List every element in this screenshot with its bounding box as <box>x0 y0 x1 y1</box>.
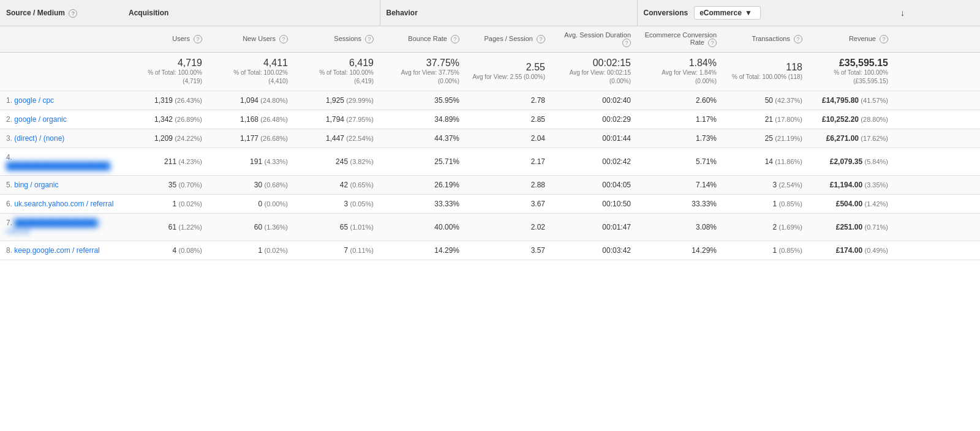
col-revenue-header: Revenue ? <box>809 26 894 53</box>
source-medium-help-icon[interactable]: ? <box>69 9 77 18</box>
newusers-help-icon[interactable]: ? <box>279 35 288 43</box>
row-users: 35 (0.70%) <box>123 176 208 195</box>
row-sessions: 245 (3.82%) <box>294 148 380 176</box>
row-source-link[interactable]: google / organic <box>14 115 66 124</box>
row-newusers-pct: (4.33%) <box>264 158 288 165</box>
ecommerce-option: eCommerce <box>699 9 742 17</box>
row-transactions-val: 21 <box>765 115 773 124</box>
analytics-table: Source / Medium ? Acquisition Behavior C… <box>0 0 980 260</box>
totals-source-cell <box>0 53 123 91</box>
row-revenue: £504.00 (1.42%) <box>809 195 894 214</box>
row-transactions-pct: (11.86%) <box>775 158 802 165</box>
row-arrow-cell <box>894 129 980 148</box>
row-source-link[interactable]: keep.google.com / referral <box>14 246 99 255</box>
row-avgsession: 00:10:50 <box>551 195 637 214</box>
transactions-help-icon[interactable]: ? <box>794 35 802 43</box>
row-newusers-pct: (0.02%) <box>264 247 288 254</box>
row-revenue-pct: (17.62%) <box>861 135 888 142</box>
row-transactions-pct: (1.69%) <box>778 223 802 231</box>
row-users-val: 211 <box>164 157 176 166</box>
group-header-row: Source / Medium ? Acquisition Behavior C… <box>0 0 980 26</box>
row-sessions-val: 1,794 <box>326 115 344 124</box>
avgsession-help-icon[interactable]: ? <box>622 39 631 47</box>
sort-icon[interactable]: ↓ <box>900 8 905 18</box>
row-ecommerce-rate: 14.29% <box>637 241 723 260</box>
row-revenue-val: £6,271.00 <box>826 134 859 143</box>
totals-row: 4,719 % of Total: 100.00% (4,719) 4,411 … <box>0 53 980 91</box>
pages-help-icon[interactable]: ? <box>537 35 545 43</box>
totals-newusers: 4,411 % of Total: 100.02% (4,410) <box>208 53 294 91</box>
row-bounce: 44.37% <box>380 129 466 148</box>
row-number: 6. <box>6 200 14 208</box>
row-source-blurred[interactable]: ████████████████████ <box>6 162 110 170</box>
sessions-help-icon[interactable]: ? <box>365 35 374 43</box>
col-arrow-header <box>894 26 980 53</box>
totals-bounce: 37.75% Avg for View: 37.75% (0.00%) <box>380 53 466 91</box>
row-sessions-val: 7 <box>344 246 348 255</box>
col-transactions-header: Transactions ? <box>723 26 809 53</box>
row-transactions-pct: (42.37%) <box>775 97 802 104</box>
row-revenue: £10,252.20 (28.80%) <box>809 110 894 129</box>
col-pages-header: Pages / Session ? <box>466 26 551 53</box>
row-users-val: 1,209 <box>154 134 173 143</box>
row-source-link[interactable]: uk.search.yahoo.com / referral <box>14 200 113 208</box>
row-source-link[interactable]: (direct) / (none) <box>14 134 64 143</box>
row-sessions-val: 42 <box>340 181 348 189</box>
col-bounce-header: Bounce Rate ? <box>380 26 466 53</box>
table-row: 1. google / cpc1,319 (26.43%)1,094 (24.8… <box>0 91 980 110</box>
row-newusers-val: 191 <box>250 157 262 166</box>
row-revenue: £6,271.00 (17.62%) <box>809 129 894 148</box>
row-bounce: 40.00% <box>380 214 466 241</box>
row-source-link[interactable]: google / cpc <box>14 96 54 105</box>
row-source-blurred[interactable]: ████████████████ / referral <box>6 219 102 236</box>
row-users-pct: (0.08%) <box>178 247 202 254</box>
row-arrow-cell <box>894 195 980 214</box>
row-revenue-pct: (41.57%) <box>861 97 888 104</box>
row-source-cell: 5. bing / organic <box>0 176 123 195</box>
row-newusers-val: 1,177 <box>240 134 258 143</box>
totals-pages: 2.55 Avg for View: 2.55 (0.00%) <box>466 53 551 91</box>
row-bounce: 25.71% <box>380 148 466 176</box>
ecommerce-dropdown[interactable]: eCommerce ▼ <box>694 6 761 20</box>
row-pages: 2.17 <box>466 148 551 176</box>
row-revenue: £14,795.80 (41.57%) <box>809 91 894 110</box>
row-ecommerce-rate: 33.33% <box>637 195 723 214</box>
row-number: 5. <box>6 181 14 189</box>
row-pages: 2.02 <box>466 214 551 241</box>
row-transactions-val: 1 <box>772 246 777 255</box>
totals-transactions: 118 % of Total: 100.00% (118) <box>723 53 809 91</box>
bounce-help-icon[interactable]: ? <box>451 35 459 43</box>
row-revenue: £251.00 (0.71%) <box>809 214 894 241</box>
row-users: 61 (1.22%) <box>123 214 208 241</box>
row-newusers-val: 0 <box>258 200 262 208</box>
row-newusers: 1,094 (24.80%) <box>208 91 294 110</box>
row-source-cell: 2. google / organic <box>0 110 123 129</box>
revenue-help-icon[interactable]: ? <box>880 35 888 43</box>
row-source-cell: 3. (direct) / (none) <box>0 129 123 148</box>
users-help-icon[interactable]: ? <box>194 35 202 43</box>
row-sessions-pct: (0.65%) <box>350 181 374 189</box>
table-row: 2. google / organic1,342 (26.89%)1,168 (… <box>0 110 980 129</box>
row-newusers-pct: (1.36%) <box>264 223 288 231</box>
ecommerce-help-icon[interactable]: ? <box>708 39 717 47</box>
row-arrow-cell <box>894 214 980 241</box>
row-revenue-pct: (1.42%) <box>864 200 888 208</box>
row-revenue-val: £1,194.00 <box>830 181 862 189</box>
row-source-link[interactable]: bing / organic <box>14 181 58 189</box>
row-sessions-val: 65 <box>340 223 348 231</box>
acquisition-label: Acquisition <box>129 9 168 17</box>
row-source-cell: 4. ████████████████████ <box>0 148 123 176</box>
row-sessions: 3 (0.05%) <box>294 195 380 214</box>
row-sessions-pct: (3.82%) <box>350 158 374 165</box>
row-avgsession: 00:03:42 <box>551 241 637 260</box>
row-sessions: 1,925 (29.99%) <box>294 91 380 110</box>
row-number: 7. <box>6 219 14 227</box>
table-row: 3. (direct) / (none)1,209 (24.22%)1,177 … <box>0 129 980 148</box>
row-transactions-val: 50 <box>765 96 773 105</box>
row-users-val: 1,342 <box>154 115 173 124</box>
row-pages: 2.78 <box>466 91 551 110</box>
row-avgsession: 00:02:42 <box>551 148 637 176</box>
row-sessions-pct: (0.11%) <box>350 247 374 254</box>
row-transactions: 3 (2.54%) <box>723 176 809 195</box>
row-transactions: 21 (17.80%) <box>723 110 809 129</box>
